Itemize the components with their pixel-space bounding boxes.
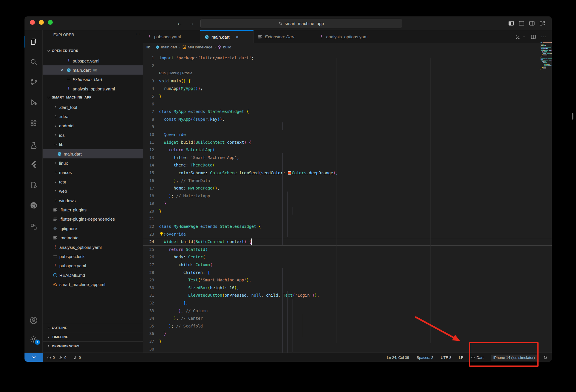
line-number: 15 [143, 169, 154, 177]
line-number: 10 [143, 131, 154, 139]
tree-item-test[interactable]: test [43, 177, 143, 186]
activity-item-source-control[interactable] [24, 75, 43, 89]
tree-item-pubspec-lock[interactable]: pubspec.lock [43, 252, 143, 261]
line-number: 1 [143, 54, 154, 62]
line-number: 35 [143, 322, 154, 330]
minimap[interactable] [539, 42, 552, 77]
tree-item-android[interactable]: android [43, 121, 143, 130]
tab-main-dart[interactable]: main.dart× [200, 30, 254, 43]
customize-layout-icon[interactable] [539, 20, 545, 26]
split-editor-icon[interactable] [530, 34, 536, 40]
tab-extension-dart[interactable]: Extension: Dart [254, 30, 315, 43]
tree-item-smart-machine-app-iml[interactable]: smart_machine_app.iml [43, 280, 143, 289]
section-timeline[interactable]: TIMELINE [43, 332, 143, 341]
problems-indicator[interactable]: 00 [47, 355, 66, 360]
tree-item-ios[interactable]: ios [43, 130, 143, 140]
line-number: 20 [143, 207, 154, 215]
line-number: 29 [143, 276, 154, 284]
line-number: 14 [143, 161, 154, 169]
minimize-window-button[interactable] [39, 20, 44, 25]
tree-item-main-dart[interactable]: main.dart [43, 149, 143, 158]
zoom-window-button[interactable] [48, 20, 53, 25]
breadcrumb-item-myhomepage[interactable]: MyHomePage [182, 45, 213, 49]
bell-icon[interactable] [543, 355, 548, 360]
tree-item--idea[interactable]: .idea [43, 112, 143, 121]
tree-item--flutter-plugins[interactable]: .flutter-plugins [43, 205, 143, 214]
activity-item-run-debug[interactable] [24, 95, 43, 109]
tree-item-macos[interactable]: macos [43, 168, 143, 177]
status-indentation[interactable]: Spaces: 2 [417, 355, 433, 360]
activity-item-project-manager[interactable] [24, 220, 43, 234]
tree-item-lib[interactable]: lib [43, 140, 143, 149]
line-number: 17 [143, 184, 154, 192]
toggle-secondary-sidebar-icon[interactable] [529, 20, 535, 26]
settings-badge: 1 [35, 340, 40, 345]
activity-item-extensions[interactable] [24, 116, 43, 130]
tree-item-pubspec-yaml[interactable]: !pubspec.yaml [43, 261, 143, 270]
status-encoding[interactable]: UTF-8 [441, 355, 452, 360]
chevron-down-icon[interactable] [522, 35, 526, 39]
section-dependencies[interactable]: DEPENDENCIES [43, 341, 143, 351]
activity-item-accounts[interactable] [24, 313, 43, 327]
error-icon [47, 355, 51, 360]
tree-item--dart-tool[interactable]: .dart_tool [43, 103, 143, 112]
close-icon[interactable]: × [58, 67, 66, 73]
open-editor-analysis-options-yaml[interactable]: !analysis_options.yaml [43, 84, 143, 93]
code-editor[interactable]: 1import 'package:flutter/material.dart';… [143, 54, 552, 353]
activity-item-explorer[interactable] [24, 35, 43, 49]
explorer-icon [30, 38, 38, 46]
run-debug-icon [30, 98, 38, 106]
accounts-icon [29, 316, 38, 325]
status-cursor-position[interactable]: Ln 24, Col 39 [387, 355, 409, 360]
project-root-header[interactable]: SMART_MACHINE_APP [43, 93, 143, 102]
close-window-button[interactable] [30, 20, 35, 25]
tree-item--gitignore[interactable]: .gitignore [43, 224, 143, 233]
ports-indicator[interactable]: 0 [73, 355, 81, 360]
line-number: 31 [143, 291, 154, 299]
tree-item--flutter-plugins-dependencies[interactable]: .flutter-plugins-dependencies [43, 215, 143, 224]
run-debug-file-icon[interactable] [515, 34, 520, 40]
breadcrumb-item-main.dart[interactable]: main.dart [155, 45, 177, 49]
overlay-scrollbar[interactable] [572, 113, 573, 120]
open-editor-extension-dart[interactable]: Extension: Dart [43, 75, 143, 84]
toggle-panel-icon[interactable] [518, 20, 525, 26]
file-list-icon [258, 34, 262, 39]
more-actions-icon[interactable]: ··· [541, 34, 547, 40]
tree-item-windows[interactable]: windows [43, 196, 143, 205]
breadcrumb-item-lib[interactable]: lib [146, 45, 150, 49]
codelens[interactable]: Run | Debug | Profile [143, 69, 552, 77]
forward-button[interactable]: → [189, 20, 194, 26]
screen: { "window": { "search_value": "smart_mac… [0, 0, 576, 392]
color-swatch-deep-orange[interactable] [288, 171, 291, 175]
tab-analysis-options-yaml[interactable]: !analysis_options.yaml [315, 30, 380, 43]
tab-pubspec-yaml[interactable]: !pubspec.yaml [143, 30, 200, 43]
command-center-search[interactable]: smart_machine_app [200, 19, 402, 28]
tree-item-analysis-options-yaml[interactable]: !analysis_options.yaml [43, 243, 143, 252]
lightbulb-icon[interactable] [159, 232, 164, 236]
code-line-22: 22class MyHomePage extends StatelessWidg… [143, 223, 552, 230]
remote-indicator[interactable]: >< [24, 353, 43, 362]
editor-ruler [337, 58, 337, 343]
open-editor-main-dart[interactable]: ×main.dartlib [43, 65, 143, 75]
open-editors-header[interactable]: OPEN EDITORS [43, 46, 143, 55]
tree-item-web[interactable]: web [43, 187, 143, 196]
activity-item-github[interactable] [24, 198, 43, 212]
activity-item-settings[interactable]: 1 [24, 332, 43, 346]
code-line-8: 8 const MyApp({super.key}); [143, 115, 552, 123]
tree-item-readme-md[interactable]: README.md [43, 270, 143, 280]
back-button[interactable]: ← [177, 20, 182, 26]
activity-item-run-config[interactable] [24, 178, 43, 192]
toggle-sidebar-icon[interactable] [508, 20, 514, 26]
open-editor-pubspec-yaml[interactable]: !pubspec.yaml [43, 56, 143, 65]
close-icon[interactable]: × [236, 34, 239, 40]
activity-item-flutter[interactable] [24, 157, 43, 171]
breadcrumb-item-build[interactable]: build [217, 45, 231, 49]
status-eol[interactable]: LF [459, 355, 463, 360]
activity-item-search[interactable] [24, 55, 43, 69]
readme-info-icon [53, 273, 58, 278]
explorer-more-actions-icon[interactable]: ··· [135, 31, 141, 37]
activity-item-testing[interactable] [24, 139, 43, 152]
tree-item-linux[interactable]: linux [43, 158, 143, 168]
section-outline[interactable]: OUTLINE [43, 323, 143, 332]
tree-item--metadata[interactable]: .metadata [43, 233, 143, 243]
